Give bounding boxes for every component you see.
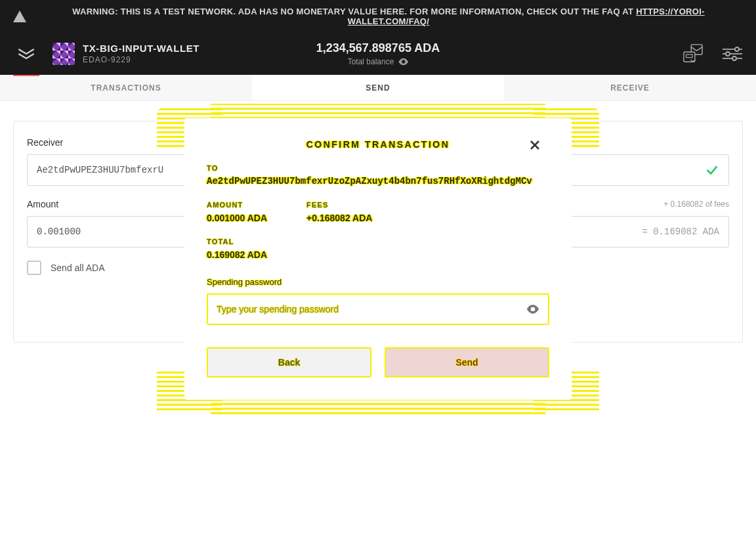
send-all-label: Send all ADA [51,263,105,273]
send-button[interactable]: Send [385,347,549,377]
spending-password-label: Spending password [207,277,549,287]
spending-password-input-wrap [207,293,549,325]
amount-label-modal: AMOUNT [207,201,267,209]
amount-label: Amount [27,199,58,209]
amount-equivalent: = 0.169082 ADA [642,226,719,237]
modal-title: CONFIRM TRANSACTION [207,139,549,150]
balance-block: 1,234,567.898765 ADA Total balance [316,41,440,67]
eye-icon[interactable] [398,58,408,66]
wallets-icon[interactable] [682,43,704,64]
warning-text: WARNING: THIS IS A TEST NETWORK. ADA HAS… [72,7,636,16]
balance-label: Total balance [348,57,394,66]
balance-amount: 1,234,567.898765 ADA [316,41,440,55]
warning-banner: WARNING: THIS IS A TEST NETWORK. ADA HAS… [0,0,756,33]
receiver-value: Ae2tdPwUPEZ3HUU7bmfexrU [37,165,163,175]
wallet-tabs: TRANSACTIONS SEND RECEIVE [0,75,756,101]
warning-icon [13,11,26,22]
svg-rect-1 [684,52,695,62]
fees-label-modal: FEES [306,201,372,209]
svg-point-8 [732,56,736,60]
tab-transactions[interactable]: TRANSACTIONS [0,75,252,100]
spending-password-input[interactable] [217,304,526,314]
app-header: TX-BIG-INPUT-WALLET EDAO-9229 1,234,567.… [0,33,756,75]
app-logo-icon[interactable] [13,41,39,67]
header-actions [682,43,743,64]
svg-point-4 [735,47,739,51]
confirm-transaction-modal: CONFIRM TRANSACTION TO Ae2tdPwUPEZ3HUU7b… [184,118,572,400]
tab-send[interactable]: SEND [252,75,504,100]
wallet-name: TX-BIG-INPUT-WALLET [83,42,200,55]
tab-receive[interactable]: RECEIVE [504,75,756,100]
amount-value-modal: 0.001000 ADA [207,213,267,223]
fees-value-modal: +0.168082 ADA [306,213,372,223]
amount-value: 0.001000 [37,226,81,237]
fees-note: + 0.168082 of fees [663,200,729,209]
wallet-info: TX-BIG-INPUT-WALLET EDAO-9229 [83,42,200,65]
send-all-checkbox[interactable] [27,261,41,275]
wallet-identicon-icon [52,43,75,65]
total-value-modal: 0.169082 ADA [207,249,549,260]
settings-icon[interactable] [722,43,743,64]
total-label-modal: TOTAL [207,238,549,246]
svg-point-6 [726,52,730,56]
check-icon [705,163,719,177]
close-icon[interactable] [527,137,543,153]
wallet-subtitle: EDAO-9229 [83,55,200,66]
modal-title-text: CONFIRM TRANSACTION [306,139,450,150]
to-address: Ae2tdPwUPEZ3HUU7bmfexrUzoZpAZxuyt4b4bn7f… [207,176,549,186]
eye-icon[interactable] [526,305,539,314]
to-label: TO [207,164,549,172]
back-button[interactable]: Back [207,347,371,377]
